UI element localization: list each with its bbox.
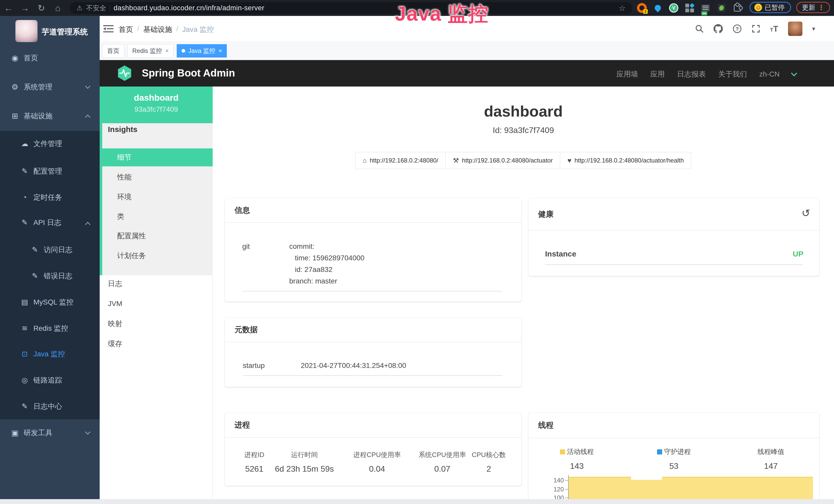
sidebar-item-file-management[interactable]: ☁文件管理 (0, 136, 100, 152)
card-health-title: 健康 (528, 198, 819, 231)
address-bar[interactable]: ⚠ 不安全 dashboard.yudao.iocoder.cn/infra/a… (70, 2, 632, 14)
font-size-icon[interactable]: TT (770, 24, 778, 33)
sba-item-scheduled[interactable]: 计划任务 (100, 247, 213, 265)
sba-item-config-props[interactable]: 配置属性 (100, 227, 213, 245)
hamburger-icon[interactable] (103, 25, 113, 33)
sidebar-item-log-center[interactable]: ✎日志中心 (0, 398, 100, 415)
process-col-uptime: 运行时间 (291, 450, 318, 459)
profile-paused-chip[interactable]: ☺ 已暂停 (749, 2, 791, 13)
sba-language-select[interactable]: zh-CN (759, 70, 780, 78)
browser-home-icon[interactable]: ⌂ (51, 0, 64, 16)
language-chevron-icon[interactable] (791, 70, 797, 76)
paused-label: 已暂停 (765, 3, 785, 12)
security-label: 不安全 (86, 4, 106, 13)
wrench-icon: ⚒ (453, 153, 459, 168)
search-icon[interactable] (695, 24, 704, 33)
sba-nav-applications[interactable]: 应用 (650, 69, 665, 79)
sba-instance-header[interactable]: dashboard 93a3fc7f7409 (100, 87, 213, 123)
breadcrumb: 首页 / 基础设施 / Java 监控 (119, 25, 214, 35)
tab-java-monitor[interactable]: Java 监控 × (177, 44, 227, 58)
sidebar-item-tracing[interactable]: ◎链路追踪 (0, 372, 100, 388)
chevron-down-icon (85, 84, 90, 89)
active-dot (182, 49, 185, 53)
tab-redis-monitor[interactable]: Redis 监控 × (127, 44, 174, 58)
browser-chrome: ← → ↻ ⌂ ⚠ 不安全 dashboard.yudao.iocoder.cn… (0, 0, 834, 16)
sidebar-item-mysql-monitor[interactable]: ▤MySQL 监控 (0, 294, 100, 311)
svg-text:?: ? (736, 26, 739, 32)
breadcrumb-home[interactable]: 首页 (119, 25, 133, 35)
open-tabs: 首页 Redis 监控 × Java 监控 × (102, 44, 227, 58)
browser-reload-icon[interactable]: ↻ (35, 0, 48, 16)
sidebar-item-config-management[interactable]: ✎配置管理 (0, 163, 100, 180)
edit-icon: ✎ (19, 163, 30, 180)
y-tick-140: 140 (543, 477, 564, 484)
row-divider (243, 375, 502, 376)
metadata-value: 2021-04-27T00:44:31.254+08:00 (301, 362, 406, 370)
sba-item-caches[interactable]: 缓存 (100, 335, 213, 353)
extension-grid-icon[interactable] (685, 3, 695, 13)
sba-main: dashboard Id: 93a3fc7f7409 ⌂ http://192.… (213, 87, 834, 499)
extensions-puzzle-icon[interactable] (732, 3, 742, 13)
sba-item-mappings[interactable]: 映射 (100, 315, 213, 333)
tab-home[interactable]: 首页 (102, 44, 124, 58)
sba-nav-journal[interactable]: 日志报表 (677, 69, 706, 79)
sidebar-item-infra[interactable]: ⊞ 基础设施 (0, 107, 100, 125)
chevron-up-icon (85, 222, 90, 227)
user-avatar[interactable] (788, 22, 803, 36)
extension-switch-icon[interactable]: on (701, 3, 710, 13)
sidebar-item-api-logs[interactable]: ✎API 日志 (0, 214, 100, 231)
sidebar-item-devtools[interactable]: ▣ 研发工具 (0, 424, 100, 442)
sidebar-item-java-monitor[interactable]: ⊡Java 监控 (0, 346, 100, 362)
breadcrumb-infra[interactable]: 基础设施 (143, 25, 172, 35)
browser-back-icon[interactable]: ← (2, 0, 15, 16)
sidebar-item-error-logs[interactable]: ✎错误日志 (0, 268, 100, 284)
sba-item-metrics[interactable]: 性能 (100, 168, 213, 186)
sidebar-item-redis-monitor[interactable]: ≋Redis 监控 (0, 320, 100, 337)
sidebar-item-home[interactable]: ◉ 首页 (0, 49, 100, 67)
address-divider (110, 5, 110, 11)
app-title: 芋道管理系统 (42, 27, 88, 37)
process-col-system-cpu: 系统CPU使用率 (419, 450, 466, 459)
close-icon[interactable]: × (218, 44, 222, 57)
app-logo (16, 20, 38, 42)
health-status-badge: UP (793, 250, 804, 258)
update-label: 更新 (802, 3, 815, 12)
help-icon[interactable]: ? (732, 24, 742, 33)
card-info: 信息 git commit: time: 1596289704000 id: 2… (225, 198, 521, 302)
avatar-caret-icon[interactable]: ▾ (812, 25, 815, 32)
sidebar-item-scheduled-tasks[interactable]: ◔定时任务 (0, 189, 100, 206)
browser-menu-icon[interactable]: ⋮ (818, 4, 825, 12)
browser-update-button[interactable]: 更新 ⋮ (796, 2, 830, 13)
sba-item-jvm[interactable]: JVM (100, 295, 213, 313)
browser-forward-icon[interactable]: → (19, 0, 31, 16)
clock-icon: ◔ (19, 189, 30, 206)
sidebar-item-access-logs[interactable]: ✎访问日志 (0, 242, 100, 258)
sba-nav-about[interactable]: 关于我们 (718, 69, 747, 79)
github-icon[interactable] (714, 24, 723, 33)
sba-item-logfile[interactable]: 日志 (100, 275, 213, 293)
sba-nav: 应用墙 应用 日志报表 关于我们 zh-CN (616, 69, 796, 79)
sba-item-details[interactable]: 细节 (100, 148, 213, 166)
extension-leaf-icon[interactable] (717, 3, 726, 13)
bookmark-star-icon[interactable]: ☆ (619, 4, 626, 13)
extension-pin-icon[interactable] (653, 3, 663, 13)
spring-boot-admin-logo (116, 65, 133, 82)
cloud-icon: ☁ (19, 136, 30, 152)
link-home-url[interactable]: ⌂ http://192.168.0.2:48080/ (355, 152, 446, 169)
extension-vue-devtools-icon[interactable]: V (669, 3, 679, 13)
process-val-cpus: 2 (486, 464, 491, 474)
sba-brand-title[interactable]: Spring Boot Admin (142, 67, 235, 79)
link-actuator-url[interactable]: ⚒ http://192.168.0.2:48080/actuator (445, 152, 560, 169)
fullscreen-icon[interactable] (751, 24, 760, 33)
sba-item-environment[interactable]: 环境 (100, 188, 213, 206)
sidebar-item-system[interactable]: ⚙ 系统管理 (0, 78, 100, 96)
git-time-line: time: 1596289704000 (295, 254, 365, 262)
sba-nav-wallboard[interactable]: 应用墙 (616, 69, 638, 79)
stat-peak-value: 147 (722, 461, 819, 471)
link-health-url[interactable]: ♥ http://192.168.0.2:48080/actuator/heal… (560, 152, 691, 169)
close-icon[interactable]: × (165, 44, 169, 57)
row-divider (242, 291, 502, 292)
history-icon[interactable]: ↺ (802, 208, 810, 218)
sba-item-classes[interactable]: 类 (100, 207, 213, 225)
extension-orange-icon[interactable]: 1 (637, 3, 647, 13)
